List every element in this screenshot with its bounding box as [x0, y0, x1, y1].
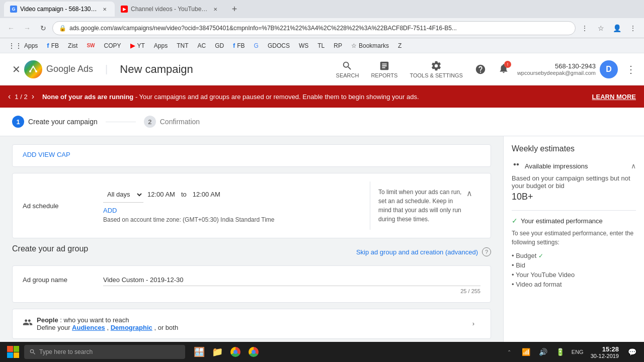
bookmark-label: GD [215, 42, 224, 49]
taskbar-notification-button[interactable]: 💬 [624, 344, 640, 360]
sidebar-divider [512, 210, 636, 211]
fb-icon-2: f [233, 42, 235, 49]
taskbar-lang-button[interactable]: ENG [570, 344, 586, 360]
alert-prev-button[interactable]: ‹ [8, 92, 11, 101]
bookmark-tnt[interactable]: TNT [173, 40, 192, 52]
demographic-link[interactable]: Demographic [111, 324, 152, 331]
bookmark-fb1[interactable]: f FB [43, 40, 63, 52]
skip-link[interactable]: Skip ad group and ad creation (advanced) [356, 248, 478, 256]
avatar[interactable]: D [600, 60, 618, 78]
taskbar-chrome-icon[interactable] [227, 344, 244, 360]
nav-notifications[interactable]: ! [498, 63, 509, 75]
taskbar-folder-icon[interactable]: 📁 [209, 344, 225, 360]
ad-group-name-input[interactable] [103, 274, 480, 286]
ad-schedule-label: Ad schedule [23, 202, 103, 210]
taskbar-system-icons: ⌃ 📶 🔊 🔋 ENG 15:28 30-12-2019 💬 [501, 344, 640, 360]
header-divider: | [105, 63, 108, 75]
taskbar-battery-icon[interactable]: 🔋 [552, 344, 569, 360]
timezone-text: Based on account time zone: (GMT+05:30) … [103, 214, 370, 225]
impressions-label: Available impressions [525, 162, 627, 170]
profile-button[interactable]: 👤 [610, 21, 624, 35]
bookmark-copy[interactable]: COPY [100, 40, 125, 52]
step-2: 2 Confirmation [144, 116, 200, 128]
bookmark-g[interactable]: G [250, 40, 263, 52]
lock-icon: 🔒 [59, 25, 66, 32]
taskbar-chrome2-icon[interactable] [246, 344, 262, 360]
notification-badge: ! [504, 61, 511, 68]
alert-nav: ‹ 1 / 2 › [8, 92, 34, 101]
taskbar-network-icon[interactable]: 📶 [518, 344, 534, 360]
budget-check-icon: ✓ [538, 252, 543, 259]
google-ads-logo: Google Ads [24, 60, 93, 78]
refresh-button[interactable]: ↻ [36, 21, 50, 35]
nav-tools[interactable]: TOOLS & SETTINGS [410, 60, 463, 78]
back-button[interactable]: ← [4, 21, 18, 35]
impressions-value: 10B+ [512, 192, 636, 202]
nav-reports[interactable]: REPORTS [371, 60, 397, 78]
bookmark-label: TL [317, 42, 325, 49]
nav-help[interactable] [475, 64, 486, 75]
extensions-button[interactable]: ⋮ [578, 21, 592, 35]
perf-description: To see your estimated performance, enter… [512, 229, 636, 247]
bookmark-gd[interactable]: GD [211, 40, 228, 52]
forward-button[interactable]: → [20, 21, 34, 35]
schedule-main: All days 12:00 AM to 12:00 AM [103, 187, 370, 203]
schedule-add-button[interactable]: ADD [103, 207, 117, 214]
bookmark-ws[interactable]: WS [295, 40, 312, 52]
fb-icon: f [47, 42, 49, 49]
start-button[interactable] [4, 343, 22, 361]
expand-people-button[interactable]: › [466, 316, 480, 330]
collapse-tooltip-button[interactable]: ∧ [466, 188, 472, 200]
bookmark-ac[interactable]: AC [194, 40, 210, 52]
nav-bar: ← → ↻ 🔒 ads.google.com/aw/campaigns/new/… [0, 18, 644, 38]
time-separator: to [181, 191, 187, 198]
impressions-collapse-button[interactable]: ∧ [631, 162, 636, 170]
bullet-bid: Bid [512, 260, 636, 270]
alert-next-button[interactable]: › [32, 92, 34, 101]
header-menu-button[interactable]: ⋮ [626, 63, 636, 75]
ad-group-name-field-wrap: 25 / 255 [103, 274, 480, 294]
bookmark-apps[interactable]: ⋮⋮ Apps [4, 40, 42, 52]
tab-close-1[interactable]: ✕ [101, 5, 109, 13]
people-title: People [37, 316, 58, 324]
bookmark-sw[interactable]: SW [83, 40, 99, 52]
bookmark-gdocs[interactable]: GDOCS [264, 40, 294, 52]
audiences-link[interactable]: Audiences [72, 324, 105, 331]
bookmark-fb2[interactable]: f FB [229, 40, 249, 52]
taskbar-expand-button[interactable]: ⌃ [501, 344, 517, 360]
taskbar-explorer-icon[interactable]: 🪟 [191, 344, 207, 360]
bookmark-bookmarks[interactable]: ☆ Bookmarks [347, 40, 393, 52]
tab-title-1: Video campaign - 568-130-2943 [20, 6, 98, 13]
svg-point-2 [35, 70, 37, 72]
bookmark-yt[interactable]: ▶ YT [126, 40, 149, 52]
add-view-cap-button[interactable]: ADD VIEW CAP [23, 151, 70, 158]
taskbar-search-box[interactable]: Type here to search [24, 345, 185, 359]
alert-count: 1 / 2 [15, 93, 27, 101]
taskbar-volume-icon[interactable]: 🔊 [535, 344, 551, 360]
bookmark-apps2[interactable]: Apps [150, 40, 172, 52]
bookmark-rp[interactable]: RP [330, 40, 346, 52]
alert-text: None of your ads are running - Your camp… [42, 93, 592, 101]
bookmark-button[interactable]: ☆ [594, 21, 608, 35]
day-select[interactable]: All days [103, 187, 143, 203]
tab-youtube[interactable]: ▶ Channel videos - YouTube Studio ✕ [115, 2, 225, 17]
skip-section: Skip ad group and ad creation (advanced)… [356, 247, 491, 256]
address-bar[interactable]: 🔒 ads.google.com/aw/campaigns/new/video?… [52, 21, 576, 35]
close-button[interactable]: ✕ [8, 61, 24, 77]
skip-help-icon[interactable]: ? [482, 247, 491, 256]
ad-group-section-title: Create your ad group [12, 244, 88, 253]
account-info: 568-130-2943 wpcoursebydeepak@gmail.com … [517, 60, 636, 78]
new-tab-button[interactable]: + [227, 2, 242, 16]
tab-close-2[interactable]: ✕ [211, 5, 219, 13]
nav-search[interactable]: SEARCH [336, 60, 359, 78]
alert-banner: ‹ 1 / 2 › None of your ads are running -… [0, 85, 644, 108]
alert-cta-link[interactable]: LEARN MORE [592, 93, 636, 101]
more-button[interactable]: ⋮ [626, 21, 640, 35]
people-subtitle-text: who you want to reach [63, 316, 129, 324]
bookmark-zist[interactable]: Zist [64, 40, 82, 52]
ad-schedule-controls: All days 12:00 AM to 12:00 AM ADD Based … [103, 187, 370, 225]
tab-video-campaign[interactable]: G Video campaign - 568-130-2943 ✕ [4, 2, 115, 17]
bookmark-z[interactable]: Z [394, 40, 406, 52]
bookmark-tl[interactable]: TL [313, 40, 329, 52]
apps-icon: ⋮⋮ [8, 42, 22, 50]
